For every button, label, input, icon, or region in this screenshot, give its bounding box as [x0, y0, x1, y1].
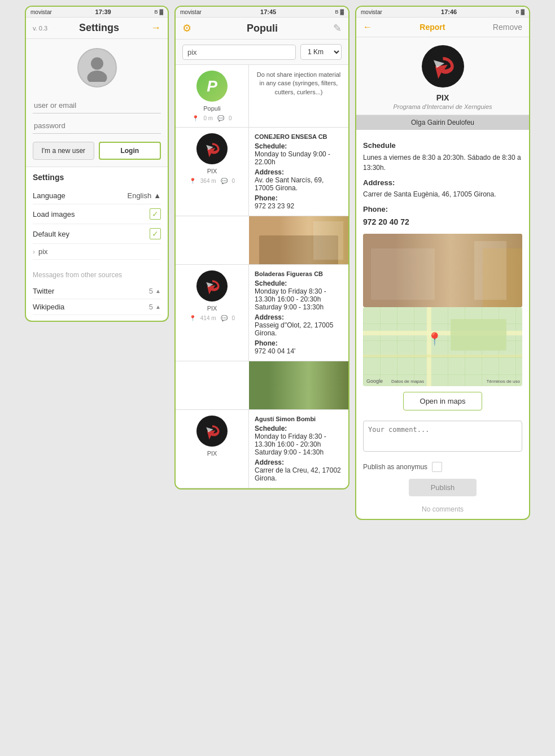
gear-icon[interactable]: ⚙	[182, 22, 191, 34]
search-bar: 1 Km 5 Km 10 Km	[176, 40, 348, 65]
store-photo-row-2	[176, 361, 348, 410]
time-1: 17:39	[95, 8, 111, 15]
address-value-1: Av. de Sant Narcís, 69, 17005 Girona.	[255, 176, 343, 192]
phone-settings: movistar 17:39 B ▓ v. 0.3 Settings → I'm…	[25, 6, 169, 322]
phone-populi: movistar 17:45 B ▓ ⚙ Populi ✎ 1 Km 5 Km …	[174, 6, 349, 490]
avatar[interactable]	[77, 48, 117, 88]
anon-checkbox[interactable]	[432, 462, 442, 472]
list-item-left-3: PIX 📍 414 m 💬 0	[176, 265, 249, 361]
battery-icon: ▓	[159, 9, 163, 15]
edit-icon[interactable]: ✎	[333, 22, 342, 34]
messages-section: Messages from other sources Twitter 5 ▲ …	[26, 265, 168, 321]
open-maps-button[interactable]: Open in maps	[403, 392, 482, 410]
phone-detail: 972 20 40 72	[363, 216, 522, 228]
no-comments-label: No comments	[356, 500, 529, 519]
arrow-up-icon: ▲	[155, 288, 161, 294]
chevron-right-icon: ›	[33, 248, 35, 256]
remove-button[interactable]: Remove	[493, 23, 522, 32]
schedule-heading: Schedule	[363, 140, 522, 151]
username-field[interactable]	[33, 98, 161, 113]
status-bar-3: movistar 17:46 B ▓	[356, 7, 529, 18]
list-item[interactable]: PIX 📍 364 m 💬 0 CONEJERO ENSESA CB Sched…	[176, 128, 348, 216]
phone-label-1: Phone:	[255, 194, 343, 202]
load-images-row[interactable]: Load images ✓	[33, 204, 161, 224]
forward-arrow-icon[interactable]: →	[151, 22, 161, 34]
schedule-value-3: Monday to Friday 8:30 - 13.30h 16:00 - 2…	[255, 432, 343, 456]
org-name-pix-1: PIX	[207, 168, 217, 174]
phone-value-2: 972 40 04 14'	[255, 347, 343, 355]
arrow-up-icon-2: ▲	[155, 304, 161, 310]
distance: 0 m	[203, 115, 213, 121]
default-key-row[interactable]: Default key ✓	[33, 224, 161, 244]
business-name-3: Agustí Simon Bombi	[255, 416, 343, 422]
battery-icon-2: ▓	[340, 9, 344, 15]
store-photo-row-1	[176, 216, 348, 265]
list-item[interactable]: P Populi 📍 0 m 💬 0 Do not share injectio…	[176, 65, 348, 128]
list-item[interactable]: PIX 📍 414 m 💬 0 Boladeras Figueras CB Sc…	[176, 265, 348, 361]
language-label: Language	[33, 191, 65, 200]
phone-detail: movistar 17:46 B ▓ ← Report Remove PIX P…	[355, 6, 530, 520]
load-images-checkbox[interactable]: ✓	[150, 208, 161, 220]
map-data: Datos de mapas	[391, 379, 424, 384]
new-user-button[interactable]: I'm a new user	[33, 142, 94, 160]
twitter-row[interactable]: Twitter 5 ▲	[33, 283, 161, 299]
populi-icon: P	[196, 71, 228, 102]
default-key-sub-row[interactable]: › pix	[33, 244, 161, 260]
status-icons-1: B ▓	[154, 9, 163, 15]
detail-photo	[363, 234, 522, 307]
schedule-label-1: Schedule:	[255, 142, 343, 150]
anon-label: Publish as anonymus	[363, 463, 427, 471]
phone-label-2: Phone:	[255, 339, 343, 347]
version-label: v. 0.3	[33, 25, 47, 32]
org-name-populi: Populi	[203, 105, 221, 112]
comment-count-2: 0	[232, 178, 235, 184]
report-button[interactable]: Report	[419, 23, 445, 32]
status-icons-3: B ▓	[515, 9, 525, 15]
list-item-left-2: PIX 📍 364 m 💬 0	[176, 128, 249, 216]
store-photo-2	[249, 361, 348, 409]
list-item-right-3: Boladeras Figueras CB Schedule: Monday t…	[249, 265, 348, 361]
list-meta-3: 📍 414 m 💬 0	[189, 315, 235, 321]
schedule-detail: Lunes a viernes de 8:30 a 20:30h. Sábado…	[363, 152, 522, 173]
pix-arrow-svg-3	[202, 421, 222, 442]
carrier-2: movistar	[180, 9, 202, 15]
list-item[interactable]: PIX Agustí Simon Bombi Schedule: Monday …	[176, 410, 348, 488]
comment-icon: 💬	[217, 115, 224, 121]
wikipedia-label: Wikipedia	[33, 303, 64, 311]
login-button[interactable]: Login	[99, 142, 161, 160]
language-row[interactable]: Language English ▲	[33, 187, 161, 204]
location-icon-3: 📍	[189, 315, 196, 321]
wikipedia-row[interactable]: Wikipedia 5 ▲	[33, 299, 161, 315]
comment-count: 0	[229, 115, 232, 121]
publish-button[interactable]: Publish	[409, 479, 477, 496]
google-label: Google	[366, 378, 383, 384]
login-form: I'm a new user Login	[26, 93, 168, 167]
default-key-value: pix	[38, 247, 48, 256]
avatar-section	[26, 39, 168, 93]
pix-icon-1	[196, 133, 228, 164]
page-title-populi: Populi	[247, 23, 278, 34]
map-view[interactable]: 📍 Google Términos de uso Datos de mapas	[363, 307, 522, 386]
messages-title: Messages from other sources	[33, 271, 161, 279]
schedule-label-2: Schedule:	[255, 279, 343, 287]
distance-2: 364 m	[200, 178, 216, 184]
comment-textarea[interactable]	[363, 421, 522, 452]
bluetooth-icon-2: B	[335, 9, 338, 15]
password-field[interactable]	[33, 118, 161, 134]
phone-heading: Phone:	[363, 204, 522, 215]
schedule-value-2: Monday to Friday 8:30 - 13.30h 16:00 - 2…	[255, 287, 343, 311]
anon-row: Publish as anonymus	[356, 458, 529, 475]
distance-3: 414 m	[200, 315, 216, 321]
address-value-3: Carrer de la Creu, 42, 17002 Girona.	[255, 466, 343, 482]
detail-top: PIX Programa d'Intercanvi de Xernguies	[356, 37, 529, 115]
settings-header: v. 0.3 Settings →	[26, 18, 168, 39]
wikipedia-value: 5 ▲	[149, 303, 161, 311]
location-icon: 📍	[192, 115, 199, 121]
km-select[interactable]: 1 Km 5 Km 10 Km	[300, 44, 342, 60]
back-button[interactable]: ←	[363, 22, 372, 32]
default-key-checkbox[interactable]: ✓	[150, 228, 161, 239]
search-input[interactable]	[182, 45, 296, 60]
status-bar-1: movistar 17:39 B ▓	[26, 7, 168, 18]
svg-point-1	[87, 71, 107, 82]
address-label-3: Address:	[255, 458, 343, 466]
